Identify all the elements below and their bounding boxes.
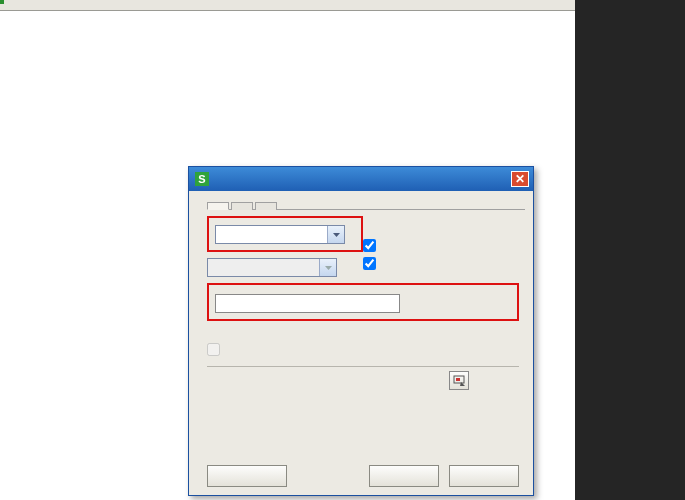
source-highlight-box <box>207 283 519 321</box>
ignore-blank-checkbox[interactable] <box>363 239 519 252</box>
apply-input <box>207 343 220 356</box>
dialog-titlebar[interactable]: S ✕ <box>189 167 533 191</box>
settings-panel <box>207 216 519 367</box>
dialog-tabs <box>207 201 525 210</box>
svg-rect-3 <box>456 378 460 381</box>
formula-bar <box>0 0 575 11</box>
close-button[interactable]: ✕ <box>511 171 529 187</box>
data-dropdown <box>207 258 337 277</box>
allow-dropdown[interactable] <box>215 225 345 244</box>
svg-marker-0 <box>333 233 340 237</box>
ignore-blank-input[interactable] <box>363 239 376 252</box>
range-select-button[interactable] <box>449 371 469 390</box>
clear-all-button[interactable] <box>207 465 287 487</box>
allow-highlight-box <box>207 216 363 252</box>
ok-button[interactable] <box>369 465 439 487</box>
apply-to-others-checkbox <box>207 343 519 356</box>
tab-settings[interactable] <box>207 202 229 210</box>
app-icon: S <box>195 172 209 186</box>
chevron-down-icon <box>319 259 336 276</box>
chevron-down-icon[interactable] <box>327 226 344 243</box>
dialog-separator <box>207 366 519 367</box>
tab-input-message[interactable] <box>231 202 253 210</box>
data-validation-dialog: S ✕ <box>188 166 534 496</box>
cancel-button[interactable] <box>449 465 519 487</box>
data-value <box>208 266 216 270</box>
data-condition-group <box>207 258 363 277</box>
out-of-sheet-bg <box>575 0 685 500</box>
svg-marker-1 <box>325 266 332 270</box>
source-input[interactable] <box>215 294 400 313</box>
in-cell-dropdown-checkbox[interactable] <box>363 257 519 270</box>
dropdown-input[interactable] <box>363 257 376 270</box>
tab-error-alert[interactable] <box>255 202 277 210</box>
allow-value <box>216 233 224 237</box>
